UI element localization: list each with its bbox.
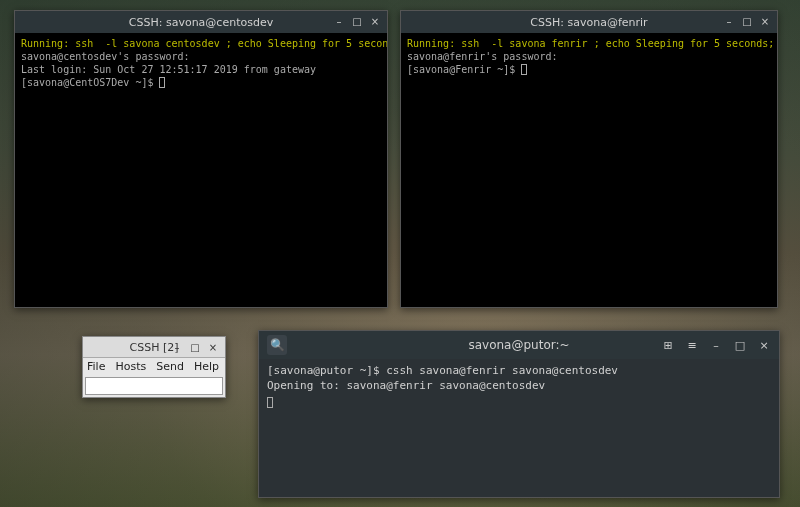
close-button[interactable]: × <box>757 13 773 29</box>
hamburger-menu-button[interactable]: ≡ <box>683 336 701 354</box>
terminal-prompt-line <box>267 394 771 409</box>
menu-help[interactable]: Help <box>194 360 219 373</box>
terminal-window-centosdev[interactable]: CSSH: savona@centosdev – □ × Running: ss… <box>14 10 388 308</box>
terminal-output: Running: ssh -l savona centosdev ; echo … <box>21 37 381 50</box>
terminal-body-gnome[interactable]: [savona@putor ~]$ cssh savona@fenrir sav… <box>259 359 779 497</box>
terminal-prompt-line: [savona@Fenrir ~]$ <box>407 63 771 76</box>
terminal-prompt: [savona@CentOS7Dev ~]$ <box>21 77 159 88</box>
window-controls: – □ × <box>169 339 221 355</box>
titlebar-centosdev[interactable]: CSSH: savona@centosdev – □ × <box>15 11 387 33</box>
menu-file[interactable]: File <box>87 360 105 373</box>
terminal-prompt: [savona@Fenrir ~]$ <box>407 64 521 75</box>
terminal-body-centosdev[interactable]: Running: ssh -l savona centosdev ; echo … <box>15 33 387 307</box>
minimize-button[interactable]: – <box>707 336 725 354</box>
window-title: CSSH: savona@fenrir <box>530 16 647 29</box>
cursor-icon <box>267 397 273 408</box>
terminal-output: savona@centosdev's password: <box>21 50 381 63</box>
titlebar-cssh[interactable]: CSSH [2] – □ × <box>83 337 225 358</box>
terminal-prompt-line: [savona@CentOS7Dev ~]$ <box>21 76 381 89</box>
maximize-button[interactable]: □ <box>187 339 203 355</box>
search-button[interactable]: 🔍 <box>267 335 287 355</box>
window-controls: ⊞ ≡ – □ × <box>659 336 773 354</box>
window-controls: – □ × <box>721 13 773 29</box>
maximize-button[interactable]: □ <box>731 336 749 354</box>
minimize-button[interactable]: – <box>721 13 737 29</box>
terminal-output: Last login: Sun Oct 27 12:51:17 2019 fro… <box>21 63 381 76</box>
maximize-button[interactable]: □ <box>739 13 755 29</box>
terminal-output: [savona@putor ~]$ cssh savona@fenrir sav… <box>267 363 771 378</box>
terminal-window-fenrir[interactable]: CSSH: savona@fenrir – □ × Running: ssh -… <box>400 10 778 308</box>
terminal-output: Opening to: savona@fenrir savona@centosd… <box>267 378 771 393</box>
terminal-output: Running: ssh -l savona fenrir ; echo Sle… <box>407 37 771 50</box>
minimize-button[interactable]: – <box>331 13 347 29</box>
newtab-button[interactable]: ⊞ <box>659 336 677 354</box>
close-button[interactable]: × <box>205 339 221 355</box>
close-button[interactable]: × <box>755 336 773 354</box>
menu-send[interactable]: Send <box>156 360 184 373</box>
titlebar-gnome[interactable]: 🔍 savona@putor:~ ⊞ ≡ – □ × <box>259 331 779 359</box>
cursor-icon <box>521 64 527 75</box>
search-icon: 🔍 <box>270 338 285 352</box>
cssh-control-window[interactable]: CSSH [2] – □ × File Hosts Send Help <box>82 336 226 398</box>
close-button[interactable]: × <box>367 13 383 29</box>
maximize-button[interactable]: □ <box>349 13 365 29</box>
window-title: savona@putor:~ <box>468 338 569 352</box>
cursor-icon <box>159 77 165 88</box>
titlebar-fenrir[interactable]: CSSH: savona@fenrir – □ × <box>401 11 777 33</box>
cssh-input[interactable] <box>85 377 223 395</box>
menu-hosts[interactable]: Hosts <box>115 360 146 373</box>
window-title: CSSH: savona@centosdev <box>129 16 273 29</box>
minimize-button[interactable]: – <box>169 339 185 355</box>
gnome-terminal-window[interactable]: 🔍 savona@putor:~ ⊞ ≡ – □ × [savona@putor… <box>258 330 780 498</box>
terminal-output: savona@fenrir's password: <box>407 50 771 63</box>
menubar: File Hosts Send Help <box>83 358 225 375</box>
terminal-body-fenrir[interactable]: Running: ssh -l savona fenrir ; echo Sle… <box>401 33 777 307</box>
window-controls: – □ × <box>331 13 383 29</box>
